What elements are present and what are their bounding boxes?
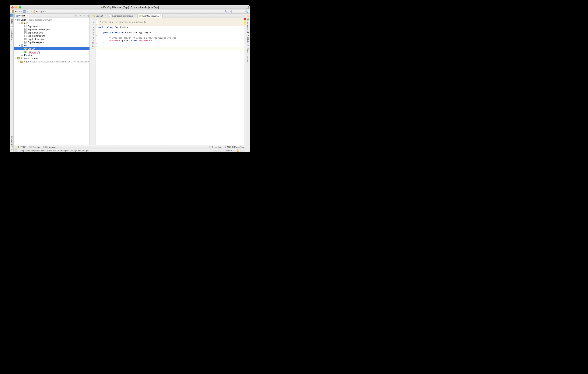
antlr-parse-tree-button[interactable]: + ANTLR Parse Tree [225, 146, 244, 149]
toolbar-actions: ⇅ ▾ 🔍 [224, 10, 249, 13]
code-line[interactable]: ExprParser parser = new ExprParser(); [98, 39, 244, 42]
tree-expand-arrow[interactable]: ▼ [15, 58, 17, 59]
tree-node[interactable]: ▼External Libraries [14, 57, 89, 60]
editor-tab[interactable]: Expr.g4× [91, 14, 107, 18]
tree-node[interactable]: Expr.g4 [14, 47, 89, 50]
sync-icon[interactable]: ⇅ [224, 10, 227, 13]
todo-tool-button[interactable]: 6: TODO [15, 146, 26, 148]
code-line[interactable]: public class ExprJoyRide [98, 26, 244, 29]
tree-node-label: ExprJoyRide [28, 51, 41, 53]
tree-node[interactable]: ▼src [14, 44, 89, 47]
project-view-combo[interactable]: Project [14, 14, 29, 17]
collapse-all-icon[interactable]: ⇥ [79, 14, 81, 17]
close-tab-icon[interactable]: × [159, 15, 161, 17]
tree-expand-arrow[interactable]: ▶ [18, 61, 20, 63]
tree-expand-arrow[interactable]: ▼ [15, 19, 17, 21]
file-encoding[interactable]: UTF-8 ÷ [225, 150, 235, 152]
tab-label: Expr.g4 [96, 15, 103, 17]
tree-node[interactable]: ExprLexer.tokens [14, 34, 89, 37]
error-marker-bar[interactable] [244, 18, 246, 145]
breadcrumb-item[interactable]: Expr [10, 10, 21, 13]
rail-ant-build-button[interactable]: Ant Build [247, 34, 250, 44]
tree-node-label: src [24, 44, 27, 47]
editor-tab[interactable]: ExprJoyRide.java× [137, 14, 163, 18]
project-view-icon[interactable] [10, 14, 13, 17]
tree-expand-arrow[interactable]: ▼ [18, 22, 21, 24]
breadcrumb-item[interactable]: src [22, 10, 31, 13]
hector-icon[interactable]: ☺ [240, 150, 245, 152]
rail-maven-button[interactable]: Maven Projects [247, 47, 250, 63]
rail-commander-button[interactable]: Commander [247, 18, 250, 31]
minimize-window-icon[interactable] [15, 6, 17, 9]
code-line[interactable]: { [98, 34, 244, 37]
navigation-bar: Expr src Expr.g4 ⇅ ▾ 🔍 [10, 10, 250, 14]
tree-node[interactable]: Expr.tokens [14, 25, 89, 28]
fold-gutter[interactable]: ⊖⊖⊖⊖⊖ [96, 18, 98, 145]
project-panel-header: Project ⊙ ⇥ ⚙ →| [14, 14, 89, 18]
breadcrumb-item[interactable]: Expr.g4 [32, 10, 45, 13]
project-tree[interactable]: ▼Expr (~/IdeaProjects/Expr/Expr)▼genExpr… [14, 18, 89, 145]
tree-node[interactable]: ExprBaseListener.java [14, 28, 89, 31]
zoom-window-icon[interactable] [19, 6, 21, 9]
fold-toggle[interactable]: ⊖ [96, 34, 98, 37]
workspace: Project ⊙ ⇥ ⚙ →| ▼Expr (~/IdeaProjects/E… [14, 14, 246, 145]
error-stripe[interactable] [244, 40, 246, 40]
layout-icon[interactable] [241, 10, 244, 13]
line-number: 5 [90, 29, 94, 32]
event-log-button[interactable]: Event Log [209, 146, 221, 148]
code-line[interactable]: // does not appear to compile after rebu… [98, 37, 244, 39]
hide-panel-icon[interactable]: →| [86, 14, 89, 17]
editor-tab[interactable]: ExprBaseListener.java× [107, 14, 137, 18]
tree-node[interactable]: ExprParser.java [14, 41, 89, 44]
code-line[interactable]: { [98, 29, 244, 32]
line-number: 7 [90, 34, 94, 37]
fold-toggle [96, 26, 98, 29]
search-icon[interactable]: 🔍 [245, 10, 248, 13]
tree-node[interactable]: ExprListener.java [14, 37, 89, 41]
messages-icon [43, 146, 46, 148]
tree-node[interactable]: ExprLexer.java [14, 31, 89, 34]
code-editor[interactable]: /** * Created by dylangleason on 2/22/14… [98, 18, 244, 145]
tree-expand-arrow[interactable]: ▼ [18, 45, 21, 47]
messages-tool-button[interactable]: 0: Messages [43, 146, 58, 148]
line-number: 11 [90, 45, 94, 47]
fold-toggle[interactable]: ⊖ [96, 23, 98, 26]
run-icon[interactable] [233, 10, 236, 13]
run-config-dropdown[interactable]: ▾ [229, 10, 231, 13]
code-line[interactable]: * Created by dylangleason on 2/22/14. [98, 21, 244, 23]
close-tab-icon[interactable]: × [134, 15, 135, 17]
tree-node[interactable]: ▶< 1.7 > (/Library/Java/JavaVirtualMachi… [14, 60, 89, 63]
settings-gear-icon[interactable]: ⚙ [82, 14, 85, 17]
code-line[interactable]: */ [98, 23, 244, 26]
window-title: ◆ExprJoyRide.java - [Expr] - Expr - [~/I… [10, 6, 250, 9]
java-file-icon [24, 41, 27, 44]
warning-stripe[interactable] [244, 21, 246, 25]
tree-node[interactable]: ▼gen [14, 21, 89, 25]
close-window-icon[interactable] [11, 6, 14, 9]
fold-toggle[interactable]: ⊖ [96, 18, 98, 21]
fold-toggle[interactable]: ⊖ [96, 42, 98, 45]
tree-node[interactable]: ▼Expr (~/IdeaProjects/Expr/Expr) [14, 18, 89, 21]
status-tool-windows-icon[interactable] [15, 149, 17, 152]
line-separator[interactable]: LF ÷ [219, 150, 225, 152]
code-line[interactable]: public static void main(String[] args) [98, 32, 244, 34]
code-line[interactable]: /** [98, 18, 244, 21]
stop-icon[interactable] [237, 10, 240, 13]
maximize-icon[interactable] [246, 6, 249, 9]
code-line[interactable]: } [98, 45, 244, 47]
read-only-lock-icon[interactable]: 🔓 [235, 149, 240, 152]
code-line[interactable] [98, 47, 244, 50]
error-indicator-icon[interactable] [244, 18, 246, 20]
rail-project-button[interactable]: 1: Project [10, 18, 13, 28]
close-tab-icon[interactable]: × [104, 15, 105, 17]
rail-structure-button[interactable]: 7: Structure [10, 29, 13, 41]
code-line[interactable]: } [98, 42, 244, 45]
tree-node[interactable]: ExprJoyRide [14, 50, 89, 53]
tree-node[interactable]: Expr.iml [14, 53, 89, 57]
fold-toggle[interactable]: ⊖ [96, 45, 98, 47]
maven-icon: m [247, 44, 249, 47]
scroll-from-source-icon[interactable]: ⊙ [75, 14, 77, 17]
caret-position[interactable]: 12:1 [212, 150, 218, 152]
rail-favorites-button[interactable]: 2: Favorites [10, 136, 13, 148]
terminal-tool-button[interactable]: Terminal [30, 146, 41, 148]
